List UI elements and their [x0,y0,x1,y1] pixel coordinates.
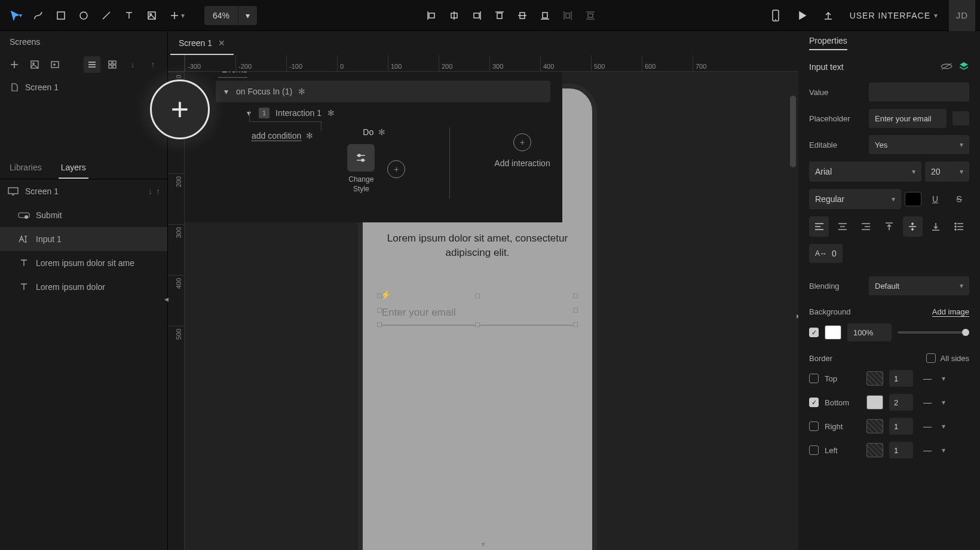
add-action-button[interactable]: + [387,160,405,178]
border-top-checkbox[interactable] [809,374,819,383]
all-sides-checkbox[interactable] [926,353,936,363]
zoom-control[interactable]: 64% ▾ [204,6,257,25]
text-tool[interactable] [118,5,140,26]
layer-down-icon[interactable]: ↓ [148,187,152,196]
close-tab-icon[interactable]: ✕ [218,38,225,48]
bg-opacity-input[interactable]: 100% [847,323,892,341]
bg-enabled-checkbox[interactable] [809,328,819,337]
font-size-select[interactable]: 20▾ [925,161,969,182]
distribute-h-icon[interactable] [557,5,578,26]
layer-item-input[interactable]: Input 1 [0,227,167,251]
gear-icon[interactable]: ✻ [378,127,385,137]
valign-top-icon[interactable] [879,216,899,237]
change-style-action[interactable] [347,144,375,172]
add-tool[interactable]: ▾ [164,5,190,26]
align-right-icon[interactable] [466,5,488,26]
event-focus-in[interactable]: ▾ on Focus In (1) ✻ [216,81,550,102]
placeholder-color-swatch[interactable] [953,111,969,126]
mode-selector[interactable]: USER INTERFACE▾ [844,11,944,20]
text-align-center-icon[interactable] [832,216,852,237]
bg-opacity-slider[interactable] [898,331,969,334]
add-image-link[interactable]: Add image [932,307,969,316]
align-bottom-icon[interactable] [534,5,556,26]
path-tool[interactable] [27,5,49,26]
border-right-style[interactable]: — [919,418,936,435]
sort-down-icon[interactable]: ↓ [124,56,141,73]
editable-select[interactable]: Yes▾ [869,135,969,154]
border-left-style[interactable]: — [919,442,936,459]
border-left-checkbox[interactable] [809,445,819,455]
ellipse-tool[interactable] [73,5,94,26]
canvas-input-field[interactable]: ⚡ Enter your email [379,296,575,326]
libraries-tab[interactable]: Libraries [0,155,51,179]
add-interaction-button[interactable]: + [513,133,531,151]
play-icon[interactable] [791,5,813,26]
user-avatar[interactable]: JD [949,0,975,31]
gear-icon[interactable]: ✻ [327,108,335,118]
visibility-icon[interactable] [941,62,953,72]
interaction-row[interactable]: ▾ 1 Interaction 1 ✻ [216,102,550,124]
align-vcenter-icon[interactable] [512,5,533,26]
text-align-right-icon[interactable] [856,216,875,237]
sort-up-icon[interactable]: ↑ [145,56,161,73]
panel-expand-icon[interactable]: ▾ [481,539,485,549]
device-preview-icon[interactable] [765,5,786,26]
zoom-dropdown[interactable]: ▾ [238,6,257,25]
grid-view-icon[interactable] [104,56,121,73]
align-hcenter-icon[interactable] [443,5,465,26]
line-tool[interactable] [96,5,117,26]
border-top-style[interactable]: — [919,370,936,387]
layer-item-text2[interactable]: Lorem ipsum dolor [0,275,167,299]
gear-icon[interactable]: ✻ [306,131,313,140]
layer-up-icon[interactable]: ↑ [156,187,160,196]
border-bottom-style[interactable]: — [919,394,936,411]
layers-tab[interactable]: Layers [51,155,96,179]
align-top-icon[interactable] [489,5,510,26]
file-tab[interactable]: Screen 1 ✕ [170,31,234,55]
align-left-icon[interactable] [421,5,442,26]
list-view-icon[interactable] [84,56,100,73]
select-tool[interactable]: ▾ [5,5,26,26]
border-top-width[interactable]: 1 [889,370,913,387]
layer-item-submit[interactable]: Submit [0,203,167,227]
gear-icon[interactable]: ✻ [298,87,305,96]
border-bottom-checkbox[interactable] [809,398,819,407]
add-screen-icon[interactable] [6,56,23,73]
text-color-swatch[interactable] [905,192,921,206]
underline-button[interactable]: U [925,189,945,209]
border-right-width[interactable]: 1 [889,418,913,435]
image-tool[interactable] [141,5,163,26]
border-right-checkbox[interactable] [809,421,819,431]
collapse-right-icon[interactable]: ▸ [797,311,798,320]
layer-item-text1[interactable]: Lorem ipsum dolor sit ame [0,251,167,275]
font-family-select[interactable]: Arial▾ [809,161,921,182]
blending-select[interactable]: Default▾ [869,276,969,295]
layers-icon[interactable] [958,61,969,74]
border-bottom-width[interactable]: 2 [889,394,913,411]
screen-item[interactable]: Screen 1 [0,77,167,98]
add-event-button[interactable]: + [150,80,210,139]
border-bottom-color[interactable] [866,395,883,410]
list-button[interactable] [950,216,969,237]
add-image-screen-icon[interactable] [26,56,43,73]
bg-color-swatch[interactable] [825,325,841,340]
add-condition[interactable]: add condition ✻ [252,131,313,140]
text-align-left-icon[interactable] [809,216,829,237]
strikethrough-button[interactable]: S [949,189,969,209]
border-top-color[interactable] [866,371,883,386]
border-right-color[interactable] [866,419,883,433]
properties-tab[interactable]: Properties [809,36,847,50]
value-input[interactable] [869,82,969,102]
placeholder-input[interactable]: Enter your email [869,109,947,128]
layer-root[interactable]: Screen 1 ↓↑ [0,179,167,203]
canvas-paragraph[interactable]: Lorem ipsum dolor sit amet, consectetur … [379,231,575,260]
border-left-color[interactable] [866,443,883,457]
font-weight-select[interactable]: Regular▾ [809,189,901,209]
valign-middle-icon[interactable] [903,216,923,237]
border-left-width[interactable]: 1 [889,442,913,459]
valign-bottom-icon[interactable] [926,216,946,237]
collapse-left-icon[interactable]: ◂ [164,294,169,304]
upload-icon[interactable] [817,5,839,26]
add-folder-icon[interactable] [47,56,63,73]
rectangle-tool[interactable] [50,5,72,26]
